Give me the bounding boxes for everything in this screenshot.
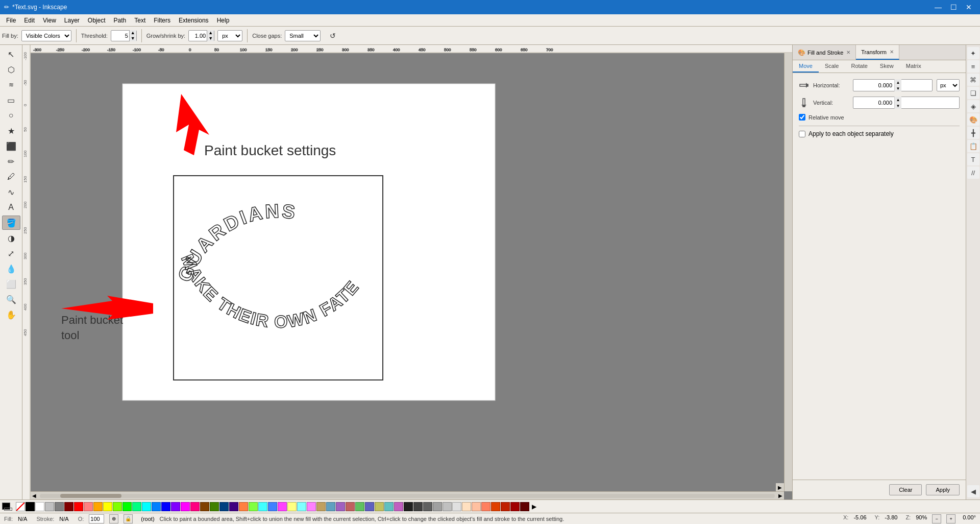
threshold-decrement[interactable]: ▼ [129,36,136,41]
color-swatch[interactable] [122,502,132,511]
node-tool[interactable]: ⬡ [2,62,20,77]
color-swatch[interactable] [55,502,64,511]
apply-each-checkbox[interactable] [799,131,805,137]
reset-toolbar-button[interactable]: ↺ [324,29,342,43]
swatches-btn[interactable]: ◈ [967,100,979,112]
gradient-tool[interactable]: ◑ [2,231,20,245]
color-swatch[interactable] [161,502,170,511]
color-swatch[interactable] [307,502,316,511]
root-dropdown[interactable]: (root) [141,516,154,522]
color-swatch[interactable] [26,502,35,511]
color-swatch[interactable] [423,502,432,511]
color-swatch[interactable] [45,502,54,511]
color-swatch[interactable] [346,502,355,511]
horizontal-unit[interactable]: px mm in [937,79,960,91]
horizontal-decrement[interactable]: ▼ [894,85,901,91]
apply-button[interactable]: Apply [926,484,960,495]
no-fill-swatch[interactable] [16,502,25,511]
select-tool[interactable]: ↖ [2,47,20,61]
palette-btn[interactable]: 🎨 [967,113,979,126]
color-swatch[interactable] [171,502,180,511]
hand-tool[interactable]: ✋ [2,307,20,322]
unit-dropdown[interactable]: px mm in [217,30,242,41]
scroll-thumb-h[interactable] [60,494,121,498]
eraser-tool[interactable]: ⬜ [2,277,20,291]
zoom-in-btn[interactable]: + [946,514,955,523]
opacity-input[interactable] [89,514,104,523]
color-swatch[interactable] [210,502,219,511]
star-tool[interactable]: ★ [2,124,20,138]
scroll-right-btn[interactable]: ▶ [777,493,784,498]
color-swatch[interactable] [229,502,238,511]
color-swatch[interactable] [462,502,471,511]
3d-box-tool[interactable]: ⬛ [2,139,20,153]
color-swatch[interactable] [64,502,74,511]
color-swatch[interactable] [132,502,141,511]
opacity-mode-btn[interactable]: ⊕ [109,514,118,523]
color-swatch[interactable] [375,502,384,511]
relative-move-checkbox[interactable] [799,114,805,121]
scroll-left-btn[interactable]: ◀ [31,493,38,498]
horizontal-scrollbar[interactable]: ◀ ▶ [31,491,784,499]
vertical-scrollbar[interactable] [784,53,792,491]
close-gaps-dropdown[interactable]: Small Medium Large None [285,30,321,41]
horizontal-input[interactable]: 0.000 [853,81,894,89]
color-swatch[interactable] [152,502,161,511]
color-swatch[interactable] [239,502,248,511]
canvas-corner[interactable]: ▶ [776,483,784,491]
vertical-increment[interactable]: ▲ [894,97,901,103]
text-format-btn[interactable]: T [967,153,979,165]
paint-bucket-tool[interactable]: 🪣 [2,216,20,230]
color-swatch[interactable] [365,502,374,511]
menu-view[interactable]: View [39,16,60,25]
color-swatch[interactable] [510,502,520,511]
maximize-button[interactable]: ☐ [946,1,961,13]
color-swatch[interactable] [103,502,112,511]
color-swatch[interactable] [74,502,83,511]
menu-help[interactable]: Help [213,16,234,25]
grow-input[interactable]: 1.00 [189,32,207,39]
apply-each-label[interactable]: Apply to each object separately [808,130,894,137]
scroll-track-h[interactable] [40,494,775,498]
pen-tool[interactable]: 🖊 [2,170,20,184]
vertical-decrement[interactable]: ▼ [894,103,901,109]
zoom-tool[interactable]: 🔍 [2,292,20,306]
pencil-tool[interactable]: ✏ [2,154,20,169]
color-swatch[interactable] [413,502,423,511]
xml-editor-btn[interactable]: ✦ [967,47,979,59]
color-swatch[interactable] [181,502,190,511]
color-swatch[interactable] [481,502,491,511]
color-swatch[interactable] [520,502,529,511]
menu-file[interactable]: File [2,16,20,25]
connector-tool[interactable]: ⤢ [2,246,20,260]
guides-btn[interactable]: ╋ [967,127,979,139]
extra-btn[interactable]: // [967,166,979,179]
color-swatch[interactable] [355,502,364,511]
color-swatch[interactable] [287,502,297,511]
zoom-tool-tweak[interactable]: ≋ [2,78,20,92]
color-swatch[interactable] [93,502,103,511]
color-swatch[interactable] [258,502,267,511]
color-swatch[interactable] [452,502,461,511]
color-swatch[interactable] [443,502,452,511]
relative-move-label[interactable]: Relative move [808,114,844,121]
layers-btn[interactable]: ≡ [967,60,979,73]
transform-tab-scale[interactable]: Scale [819,60,845,73]
canvas-scroll[interactable]: GUARDIANS MAKE THEIR OWN FATE Paint buck… [31,53,784,491]
text-tool[interactable]: A [2,200,20,215]
menu-extensions[interactable]: Extensions [175,16,213,25]
color-swatch[interactable] [249,502,258,511]
palette-scroll-right[interactable]: ▶ [532,503,536,510]
color-swatch[interactable] [384,502,394,511]
menu-filters[interactable]: Filters [150,16,175,25]
color-swatch[interactable] [35,502,44,511]
color-swatch[interactable] [84,502,93,511]
menu-path[interactable]: Path [110,16,131,25]
fill-by-dropdown[interactable]: Visible Colors Colors Alpha [21,30,71,41]
color-swatch[interactable] [316,502,326,511]
zoom-rectangle[interactable]: ▭ [2,93,20,107]
horizontal-increment[interactable]: ▲ [894,79,901,85]
clipboard-btn[interactable]: 📋 [967,140,979,152]
color-swatch[interactable] [491,502,500,511]
color-swatch[interactable] [326,502,335,511]
